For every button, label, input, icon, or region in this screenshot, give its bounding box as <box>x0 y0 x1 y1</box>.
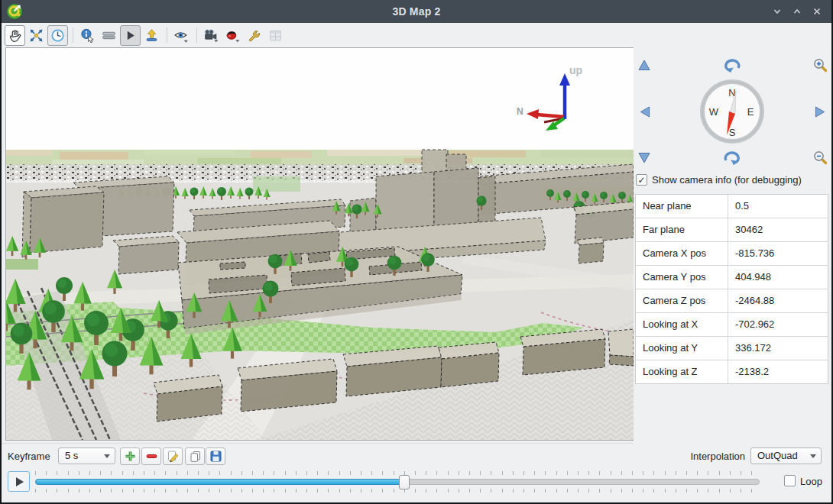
tilt-down-button[interactable] <box>638 152 650 163</box>
unshade-icon <box>792 7 802 16</box>
duplicate-keyframe-button[interactable] <box>185 447 205 465</box>
close-window-button[interactable] <box>809 4 825 19</box>
compass[interactable]: N E S W <box>699 79 765 144</box>
timeline-slider-handle[interactable] <box>399 475 410 489</box>
play-icon <box>123 28 138 43</box>
configure-button[interactable] <box>244 25 264 46</box>
effects-button[interactable] <box>222 25 243 46</box>
row-value: 404.948 <box>728 266 828 289</box>
camera-info-table: Near plane0.5 Far plane30462 Camera X po… <box>635 194 828 384</box>
slider-ticks-top <box>35 471 760 475</box>
table-row: Far plane30462 <box>636 218 828 242</box>
pan-hand-icon <box>8 28 22 43</box>
row-label: Camera X pos <box>636 242 728 265</box>
interpolation-label: Interpolation <box>657 451 745 462</box>
timeline-slider-fill <box>35 479 404 485</box>
camera-view-button[interactable] <box>171 25 192 46</box>
save-as-image-button[interactable] <box>141 25 162 46</box>
tilt-up-button[interactable] <box>638 60 650 71</box>
scene-3d-render: up N <box>6 48 634 440</box>
window-border-left <box>0 0 2 504</box>
row-label: Looking at Z <box>636 360 728 383</box>
navigation-clock-button[interactable] <box>47 25 68 46</box>
clock-icon <box>50 28 65 43</box>
row-label: Far plane <box>636 218 728 241</box>
row-label: Camera Z pos <box>636 289 728 312</box>
rotate-ccw-button[interactable] <box>723 59 741 73</box>
row-value: -702.962 <box>728 313 828 336</box>
row-label: Looking at Y <box>636 337 728 360</box>
remove-keyframe-button[interactable] <box>141 447 161 465</box>
keyframe-label: Keyframe <box>8 451 50 462</box>
chevron-down-icon <box>810 454 816 458</box>
wrench-icon <box>247 28 261 43</box>
measurement-line-button[interactable] <box>99 25 119 46</box>
timeline-slider[interactable] <box>35 479 760 485</box>
loop-label: Loop <box>800 476 822 487</box>
chevron-down-icon <box>104 454 110 458</box>
add-keyframe-button[interactable] <box>120 447 140 465</box>
table-row: Looking at Z-2138.2 <box>636 360 828 383</box>
table-row: Looking at X-702.962 <box>636 313 828 337</box>
export-animation-button[interactable] <box>201 25 222 46</box>
shade-window-button[interactable] <box>769 4 786 19</box>
row-value: 336.172 <box>728 337 828 360</box>
table-row: Camera X pos-815.736 <box>636 242 828 266</box>
zoom-full-button[interactable] <box>26 25 47 46</box>
axis-up-label: up <box>569 64 582 76</box>
play-icon <box>16 477 24 486</box>
navigation-panel: N E S W ✓ Show camera info ( <box>634 47 831 445</box>
camera-control-button[interactable] <box>5 25 25 46</box>
slider-ticks-bottom <box>35 489 760 493</box>
save-animation-button[interactable] <box>206 447 225 465</box>
toolbar-separator <box>73 27 73 43</box>
table-row: Camera Z pos-2464.88 <box>636 289 828 313</box>
compass-south-label: S <box>729 127 736 138</box>
row-label: Camera Y pos <box>636 266 728 289</box>
compass-east-label: E <box>747 106 754 118</box>
rotate-cw-button[interactable] <box>723 151 741 165</box>
row-value: -2138.2 <box>728 360 828 383</box>
identify-button[interactable] <box>77 25 98 46</box>
play-animation-button[interactable] <box>120 25 141 46</box>
zoom-in-button[interactable] <box>813 58 828 73</box>
row-label: Near plane <box>636 195 728 218</box>
movie-camera-icon <box>203 28 219 43</box>
table-row: Looking at Y336.172 <box>636 337 828 360</box>
show-camera-info-checkbox[interactable]: ✓ Show camera info (for debugging) <box>636 174 802 186</box>
pan-right-button[interactable] <box>814 106 826 118</box>
map-toolbar <box>0 23 833 47</box>
maximize-window-button[interactable] <box>789 4 805 19</box>
title-bar[interactable]: 3D Map 2 <box>0 0 833 23</box>
eye-icon <box>173 28 190 43</box>
row-value: -2464.88 <box>728 289 828 312</box>
qgis-3d-map-window: 3D Map 2 <box>0 0 833 504</box>
toolbar-separator <box>167 27 167 43</box>
measure-icon <box>102 28 116 43</box>
shade-icon <box>773 7 782 16</box>
dock-view-button[interactable] <box>265 25 286 46</box>
row-value: 30462 <box>728 218 828 241</box>
play-button[interactable] <box>8 471 30 492</box>
zoom-out-button[interactable] <box>813 150 828 165</box>
dock-window-icon <box>268 28 283 43</box>
close-icon <box>812 7 822 16</box>
edit-keyframe-button[interactable] <box>163 447 183 465</box>
keyframe-time-select[interactable]: 5 s <box>58 447 115 464</box>
window-title: 3D Map 2 <box>0 5 833 18</box>
table-row: Camera Y pos404.948 <box>636 266 828 289</box>
row-label: Looking at X <box>636 313 728 336</box>
pan-left-button[interactable] <box>639 106 651 118</box>
plus-icon <box>124 450 137 463</box>
pencil-icon <box>167 450 180 463</box>
map-3d-viewport[interactable]: up N <box>5 47 634 441</box>
interpolation-selected-value: OutQuad <box>757 450 798 461</box>
zoom-full-icon <box>29 28 44 43</box>
identify-icon <box>80 28 95 43</box>
interpolation-select[interactable]: OutQuad <box>750 447 822 464</box>
compass-west-label: W <box>709 106 719 118</box>
checkmark-icon: ✓ <box>637 175 645 186</box>
keyframe-selected-value: 5 s <box>65 450 78 461</box>
copy-icon <box>189 450 202 463</box>
loop-checkbox[interactable] <box>784 475 796 486</box>
